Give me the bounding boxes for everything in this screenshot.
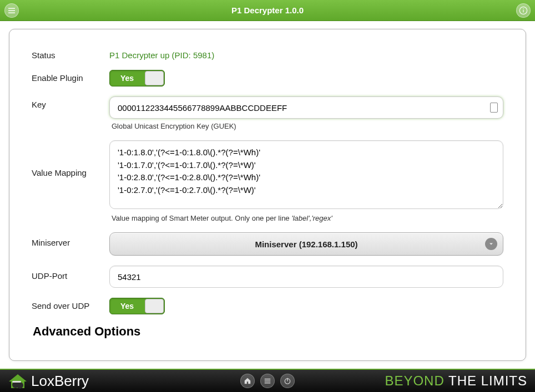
status-row: Status P1 Decrypter up (PID: 5981)	[32, 47, 503, 60]
chevron-down-icon	[485, 238, 497, 250]
svg-rect-10	[12, 381, 21, 383]
value-mapping-hint: Value mapping of Smart Meter output. Onl…	[109, 214, 503, 222]
svg-rect-11	[265, 379, 271, 379]
svg-rect-0	[8, 8, 15, 9]
power-button[interactable]	[280, 374, 295, 388]
footer-logo: LoxBerry	[8, 373, 89, 390]
hamburger-icon	[264, 377, 271, 385]
slogan-limits: THE LIMITS	[445, 373, 527, 388]
slogan-beyond: BEYOND	[385, 373, 444, 388]
svg-rect-4	[523, 10, 523, 13]
toggle-knob	[145, 299, 164, 313]
svg-rect-5	[523, 8, 523, 9]
power-icon	[284, 377, 291, 385]
main-panel: Status P1 Decrypter up (PID: 5981) Enabl…	[9, 29, 526, 361]
key-input[interactable]	[109, 96, 503, 119]
clipboard-icon[interactable]	[490, 103, 498, 113]
loxberry-logo-icon	[8, 373, 28, 389]
udp-port-input[interactable]	[109, 266, 503, 288]
toggle-enable-label: Yes	[110, 74, 144, 83]
udp-port-label: UDP-Port	[32, 266, 109, 281]
mapping-hint-example: 'label','regex'	[291, 214, 332, 222]
miniserver-row: Miniserver Miniserver (192.168.1.150)	[32, 232, 503, 256]
miniserver-label: Miniserver	[32, 232, 109, 247]
miniserver-selected-value: Miniserver (192.168.1.150)	[255, 240, 357, 249]
miniserver-select[interactable]: Miniserver (192.168.1.150)	[109, 232, 503, 256]
toggle-sendudp-label: Yes	[110, 302, 144, 310]
svg-rect-12	[265, 380, 271, 381]
value-mapping-row: Value Mapping Value mapping of Smart Met…	[32, 140, 503, 222]
info-icon	[519, 6, 528, 15]
app-header: P1 Decrypter 1.0.0	[0, 0, 535, 21]
udp-port-row: UDP-Port	[32, 266, 503, 288]
enable-plugin-row: Enable Plugin Yes	[32, 70, 503, 86]
key-hint: Global Unicast Encryption Key (GUEK)	[109, 122, 503, 130]
send-udp-label: Send over UDP	[32, 298, 109, 310]
svg-rect-15	[287, 378, 287, 381]
menu-button[interactable]	[4, 3, 19, 18]
app-footer: LoxBerry BEYOND THE LIMITS	[0, 369, 535, 392]
value-mapping-label: Value Mapping	[32, 140, 109, 177]
enable-plugin-label: Enable Plugin	[32, 70, 109, 83]
advanced-options-heading: Advanced Options	[33, 324, 503, 339]
enable-plugin-toggle[interactable]: Yes	[109, 70, 165, 86]
send-udp-row: Send over UDP Yes	[32, 298, 503, 314]
value-mapping-textarea[interactable]	[109, 140, 503, 209]
send-udp-toggle[interactable]: Yes	[109, 298, 165, 314]
home-button[interactable]	[240, 374, 255, 388]
status-label: Status	[32, 47, 109, 60]
home-icon	[244, 377, 251, 385]
status-value: P1 Decrypter up (PID: 5981)	[109, 47, 503, 60]
info-button[interactable]	[516, 3, 531, 18]
svg-point-9	[17, 382, 23, 389]
toggle-knob	[145, 71, 164, 85]
svg-rect-2	[8, 12, 15, 13]
footer-slogan: BEYOND THE LIMITS	[385, 373, 527, 389]
svg-rect-13	[265, 383, 271, 383]
footer-brand-text: LoxBerry	[31, 373, 89, 390]
page-title: P1 Decrypter 1.0.0	[231, 6, 304, 15]
menu-footer-button[interactable]	[260, 374, 275, 388]
svg-rect-1	[8, 10, 15, 11]
mapping-hint-prefix: Value mapping of Smart Meter output. Onl…	[112, 214, 291, 222]
footer-center-icons	[240, 374, 295, 388]
key-row: Key Global Unicast Encryption Key (GUEK)	[32, 96, 503, 130]
hamburger-icon	[7, 6, 16, 15]
key-label: Key	[32, 96, 109, 109]
